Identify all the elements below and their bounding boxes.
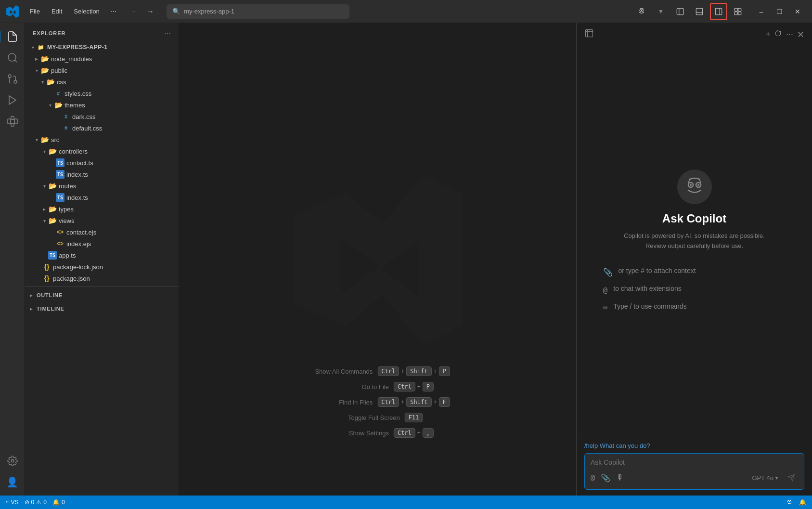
forward-button[interactable]: → — [143, 5, 157, 18]
filename-contact-ejs: contact.ejs — [66, 229, 96, 236]
tree-app-ts[interactable]: TS app.ts — [25, 249, 179, 261]
activity-run-debug[interactable] — [3, 91, 22, 110]
chat-history-btn[interactable]: ⏱ — [774, 29, 782, 40]
tree-styles-css[interactable]: # styles.css — [25, 88, 179, 99]
svg-rect-6 — [715, 8, 722, 15]
maximize-button[interactable]: ☐ — [771, 3, 788, 20]
layout-btn[interactable] — [729, 3, 747, 20]
status-bell[interactable]: 🔔 — [799, 499, 806, 506]
model-selector[interactable]: GPT 4o ▾ — [749, 473, 781, 483]
menu-selection[interactable]: Selection — [69, 6, 104, 17]
json-icon-pkg: {} — [42, 274, 51, 283]
activity-source-control[interactable] — [3, 69, 22, 89]
copilot-more-btn[interactable]: ··· — [786, 29, 793, 40]
filename-index-ts-routes: index.ts — [66, 194, 88, 201]
ejs-icon-contact: <> — [56, 228, 64, 236]
css-icon-dark: # — [62, 112, 70, 121]
copilot-close-btn[interactable]: ✕ — [797, 29, 804, 40]
svg-rect-21 — [11, 123, 14, 126]
ts-icon-contact: TS — [56, 158, 64, 167]
kbd-f-3: F — [438, 397, 450, 407]
tree-default-css[interactable]: # default.css — [25, 122, 179, 134]
copilot-icon-btn[interactable] — [633, 3, 650, 20]
model-name: GPT 4o — [752, 474, 773, 482]
filename-themes: themes — [64, 102, 85, 109]
copilot-hint-attach: 📎 or type # to attach context — [603, 267, 786, 277]
tree-src[interactable]: ▾ 📂 src — [25, 134, 179, 145]
menu-edit[interactable]: Edit — [47, 6, 67, 17]
svg-point-12 — [8, 53, 16, 61]
timeline-section[interactable]: ► TIMELINE — [25, 302, 179, 315]
tree-index-ts-routes[interactable]: TS index.ts — [25, 192, 179, 203]
tree-node-modules[interactable]: ► 📂 node_modules — [25, 53, 179, 65]
explorer-actions[interactable]: ··· — [165, 29, 171, 38]
mention-btn[interactable]: @ — [591, 473, 595, 483]
folder-icon-node-modules: 📂 — [40, 54, 49, 63]
sidebar-toggle-btn[interactable] — [671, 3, 689, 20]
tree-root[interactable]: ▾ 📁 MY-EXPRESS-APP-1 — [25, 41, 179, 53]
copilot-footer: /help What can you do? @ 📎 🎙 GPT 4o ▾ — [577, 436, 812, 496]
mic-btn[interactable]: 🎙 — [616, 473, 624, 483]
activity-extensions[interactable] — [3, 112, 22, 131]
filename-src: src — [51, 136, 59, 144]
main-container: 👤 EXPLORER ··· ▾ 📁 MY-EXPRESS-APP-1 ► 📂 … — [0, 23, 812, 496]
close-button[interactable]: ✕ — [789, 3, 806, 20]
ts-icon-index-ctrl: TS — [56, 170, 64, 179]
tree-controllers[interactable]: ▾ 📂 controllers — [25, 145, 179, 157]
tree-css[interactable]: ▾ 📂 css — [25, 76, 179, 88]
activity-explorer[interactable] — [3, 27, 22, 46]
tree-public[interactable]: ▾ 📂 public — [25, 65, 179, 76]
outline-section[interactable]: ► OUTLINE — [25, 288, 179, 302]
new-chat-btn[interactable]: + — [765, 29, 771, 40]
arrow-views: ▾ — [40, 218, 48, 223]
filename-views: views — [59, 217, 75, 224]
search-bar[interactable]: 🔍 my-express-app-1 — [167, 4, 349, 19]
tree-routes[interactable]: ▾ 📂 routes — [25, 180, 179, 192]
tree-dark-css[interactable]: # dark.css — [25, 111, 179, 122]
arrow-types: ► — [40, 207, 48, 212]
tree-views[interactable]: ▾ 📂 views — [25, 215, 179, 226]
tree-themes[interactable]: ▾ 📂 themes — [25, 99, 179, 111]
copilot-subtitle-line1: Copilot is powered by AI, so mistakes ar… — [624, 232, 765, 239]
tree-package-lock[interactable]: {} package-lock.json — [25, 261, 179, 273]
activity-settings[interactable] — [3, 451, 22, 470]
tree-package-json[interactable]: {} package.json — [25, 273, 179, 284]
hint-chat-text: to chat with extensions — [613, 285, 682, 292]
folder-icon-themes: 📂 — [54, 101, 63, 109]
tree-contact-ejs[interactable]: <> contact.ejs — [25, 226, 179, 238]
status-errors[interactable]: ⊘ 0 ⚠ 0 — [25, 499, 47, 506]
minimize-button[interactable]: ‒ — [752, 3, 770, 20]
back-button[interactable]: ← — [128, 5, 142, 18]
svg-rect-27 — [586, 30, 593, 37]
timeline-label: TIMELINE — [37, 306, 64, 312]
status-remote[interactable]: ≈ VS — [6, 499, 19, 506]
copilot-input[interactable] — [591, 458, 798, 466]
tree-index-ejs[interactable]: <> index.ejs — [25, 238, 179, 249]
activity-search[interactable] — [3, 48, 22, 67]
svg-line-13 — [14, 60, 16, 62]
copilot-suggestion[interactable]: /help What can you do? — [584, 442, 804, 449]
send-button[interactable] — [785, 471, 798, 484]
status-copilot[interactable] — [786, 498, 793, 506]
outline-label: OUTLINE — [37, 292, 63, 298]
status-notifications[interactable]: 🔔 0 — [52, 499, 65, 506]
kbd-f11: F11 — [405, 413, 423, 422]
statusbar: ≈ VS ⊘ 0 ⚠ 0 🔔 0 🔔 — [0, 496, 812, 509]
tree-index-ts-controllers[interactable]: TS index.ts — [25, 169, 179, 180]
attach-btn[interactable]: 📎 — [601, 473, 610, 483]
activity-account[interactable]: 👤 — [3, 472, 22, 492]
menu-more[interactable]: ··· — [106, 5, 120, 18]
tree-types[interactable]: ► 📂 types — [25, 203, 179, 215]
tree-contact-ts[interactable]: TS contact.ts — [25, 157, 179, 169]
accounts-icon-btn[interactable]: ▼ — [652, 3, 670, 20]
filename-styles-css: styles.css — [64, 90, 91, 97]
hint-commands-text: Type / to use commands — [613, 302, 687, 310]
copilot-title: Ask Copilot — [662, 212, 726, 225]
kbd-show-commands: Ctrl + Shift + P — [377, 366, 450, 376]
menu-file[interactable]: File — [25, 6, 45, 17]
filename-controllers: controllers — [59, 148, 88, 155]
svg-rect-19 — [14, 119, 17, 124]
tree-arrow-root: ▾ — [29, 45, 37, 50]
panel-toggle-btn[interactable] — [691, 3, 708, 20]
secondary-sidebar-btn[interactable] — [710, 3, 727, 20]
